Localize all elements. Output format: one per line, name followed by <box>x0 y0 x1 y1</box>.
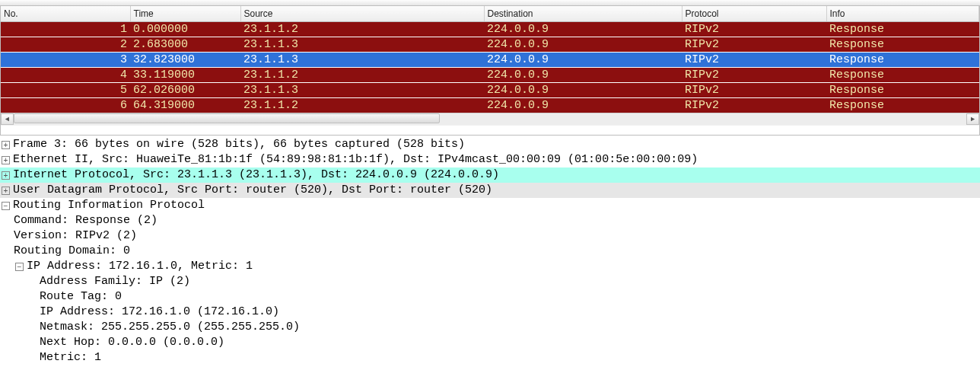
packet-row[interactable]: 664.31900023.1.1.2224.0.0.9RIPv2Response <box>1 97 979 113</box>
scroll-left-button[interactable]: ◄ <box>1 113 14 125</box>
packet-info: Response <box>826 21 979 37</box>
rip-netmask[interactable]: Netmask: 255.255.255.0 (255.255.255.0) <box>0 320 980 335</box>
rip-version-label: Version: RIPv2 (2) <box>14 228 137 244</box>
packet-row[interactable]: 332.82300023.1.1.3224.0.0.9RIPv2Response <box>1 52 979 67</box>
packet-row[interactable]: 562.02600023.1.1.3224.0.0.9RIPv2Response <box>1 82 979 97</box>
tree-udp[interactable]: + User Datagram Protocol, Src Port: rout… <box>0 183 980 198</box>
packet-protocol: RIPv2 <box>682 67 826 82</box>
tree-rip[interactable]: − Routing Information Protocol <box>0 198 980 213</box>
rip-ip-address[interactable]: IP Address: 172.16.1.0 (172.16.1.0) <box>0 305 980 320</box>
expand-icon[interactable]: + <box>2 187 10 195</box>
col-header-source[interactable]: Source <box>240 6 484 21</box>
packet-list-pane: No. Time Source Destination Protocol Inf… <box>0 6 980 136</box>
rip-ip-address-label: IP Address: 172.16.1.0 (172.16.1.0) <box>40 305 279 320</box>
rip-route-tag-label: Route Tag: 0 <box>40 289 122 305</box>
col-header-no[interactable]: No. <box>1 6 130 21</box>
packet-destination: 224.0.0.9 <box>484 52 682 67</box>
packet-destination: 224.0.0.9 <box>484 67 682 82</box>
col-header-destination[interactable]: Destination <box>484 6 682 21</box>
rip-route-tag[interactable]: Route Tag: 0 <box>0 289 980 305</box>
tree-ip[interactable]: + Internet Protocol, Src: 23.1.1.3 (23.1… <box>0 167 980 183</box>
packet-info: Response <box>826 52 979 67</box>
scroll-right-button[interactable]: ► <box>966 113 979 125</box>
collapse-icon[interactable]: − <box>15 263 24 271</box>
packet-info: Response <box>826 67 979 82</box>
packet-protocol: RIPv2 <box>682 21 826 37</box>
rip-nexthop[interactable]: Next Hop: 0.0.0.0 (0.0.0.0) <box>0 335 980 350</box>
packet-protocol: RIPv2 <box>682 37 826 52</box>
packet-source: 23.1.1.3 <box>240 37 484 52</box>
tree-ethernet[interactable]: + Ethernet II, Src: HuaweiTe_81:1b:1f (5… <box>0 152 980 167</box>
packet-no: 2 <box>1 37 130 52</box>
rip-nexthop-label: Next Hop: 0.0.0.0 (0.0.0.0) <box>40 335 224 350</box>
tree-frame-label: Frame 3: 66 bytes on wire (528 bits), 66… <box>13 137 465 152</box>
packet-protocol: RIPv2 <box>682 82 826 97</box>
packet-info: Response <box>826 97 979 113</box>
toolbar-stub <box>0 0 980 6</box>
packet-destination: 224.0.0.9 <box>484 97 682 113</box>
packet-no: 4 <box>1 67 130 82</box>
packet-time: 62.026000 <box>130 82 240 97</box>
packet-no: 1 <box>1 21 130 37</box>
packet-time: 2.683000 <box>130 37 240 52</box>
packet-no: 6 <box>1 97 130 113</box>
rip-route-entry[interactable]: − IP Address: 172.16.1.0, Metric: 1 <box>0 259 980 274</box>
packet-no: 3 <box>1 52 130 67</box>
rip-netmask-label: Netmask: 255.255.255.0 (255.255.255.0) <box>40 320 300 335</box>
col-header-time[interactable]: Time <box>130 6 240 21</box>
packet-source: 23.1.1.2 <box>240 67 484 82</box>
tree-ip-label: Internet Protocol, Src: 23.1.1.3 (23.1.1… <box>13 167 499 183</box>
packet-destination: 224.0.0.9 <box>484 37 682 52</box>
packet-destination: 224.0.0.9 <box>484 82 682 97</box>
packet-row[interactable]: 22.68300023.1.1.3224.0.0.9RIPv2Response <box>1 37 979 52</box>
tree-ethernet-label: Ethernet II, Src: HuaweiTe_81:1b:1f (54:… <box>13 152 698 167</box>
rip-afi-label: Address Family: IP (2) <box>40 274 190 289</box>
packet-info: Response <box>826 37 979 52</box>
rip-command[interactable]: Command: Response (2) <box>0 213 980 228</box>
rip-metric-label: Metric: 1 <box>40 350 101 365</box>
packet-protocol: RIPv2 <box>682 52 826 67</box>
rip-domain[interactable]: Routing Domain: 0 <box>0 244 980 259</box>
packet-source: 23.1.1.2 <box>240 97 484 113</box>
packet-source: 23.1.1.3 <box>240 52 484 67</box>
rip-route-entry-label: IP Address: 172.16.1.0, Metric: 1 <box>27 259 253 274</box>
packet-destination: 224.0.0.9 <box>484 21 682 37</box>
rip-version[interactable]: Version: RIPv2 (2) <box>0 228 980 244</box>
tree-frame[interactable]: + Frame 3: 66 bytes on wire (528 bits), … <box>0 137 980 152</box>
packet-time: 32.823000 <box>130 52 240 67</box>
packet-no: 5 <box>1 82 130 97</box>
col-header-info[interactable]: Info <box>826 6 979 21</box>
packet-source: 23.1.1.2 <box>240 21 484 37</box>
col-header-protocol[interactable]: Protocol <box>682 6 826 21</box>
hscrollbar[interactable]: ◄ ► <box>1 113 979 126</box>
packet-table: No. Time Source Destination Protocol Inf… <box>1 6 979 113</box>
packet-header-row: No. Time Source Destination Protocol Inf… <box>1 6 979 21</box>
chevron-left-icon: ◄ <box>5 116 9 123</box>
rip-domain-label: Routing Domain: 0 <box>14 244 130 259</box>
packet-protocol: RIPv2 <box>682 97 826 113</box>
packet-row[interactable]: 433.11900023.1.1.2224.0.0.9RIPv2Response <box>1 67 979 82</box>
packet-row[interactable]: 10.00000023.1.1.2224.0.0.9RIPv2Response <box>1 21 979 37</box>
packet-info: Response <box>826 82 979 97</box>
packet-time: 0.000000 <box>130 21 240 37</box>
expand-icon[interactable]: + <box>2 171 10 180</box>
rip-afi[interactable]: Address Family: IP (2) <box>0 274 980 289</box>
chevron-right-icon: ► <box>971 116 975 123</box>
collapse-icon[interactable]: − <box>2 202 10 210</box>
rip-metric[interactable]: Metric: 1 <box>0 350 980 365</box>
packet-time: 64.319000 <box>130 97 240 113</box>
expand-icon[interactable]: + <box>2 156 10 164</box>
scroll-track[interactable] <box>14 113 966 125</box>
tree-rip-label: Routing Information Protocol <box>13 198 205 213</box>
rip-command-label: Command: Response (2) <box>14 213 158 228</box>
packet-time: 33.119000 <box>130 67 240 82</box>
scroll-thumb[interactable] <box>14 113 440 123</box>
packet-source: 23.1.1.3 <box>240 82 484 97</box>
expand-icon[interactable]: + <box>2 141 10 149</box>
tree-udp-label: User Datagram Protocol, Src Port: router… <box>13 183 492 198</box>
packet-details-pane: + Frame 3: 66 bytes on wire (528 bits), … <box>0 136 980 365</box>
